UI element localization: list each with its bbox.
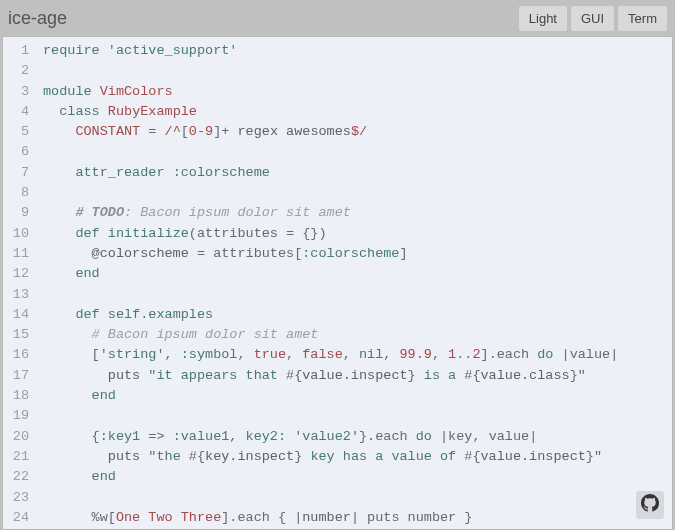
line-number: 10 <box>3 224 29 244</box>
line-number: 18 <box>3 386 29 406</box>
code-line: module VimColors <box>43 82 672 102</box>
line-number: 21 <box>3 447 29 467</box>
line-number: 5 <box>3 122 29 142</box>
term-button[interactable]: Term <box>618 6 667 31</box>
code-line <box>43 183 672 203</box>
code-line <box>43 406 672 426</box>
code-line: end <box>43 264 672 284</box>
line-number: 16 <box>3 345 29 365</box>
line-number: 20 <box>3 427 29 447</box>
code-line: {:key1 => :value1, key2: 'value2'}.each … <box>43 427 672 447</box>
code-line: end <box>43 386 672 406</box>
line-number: 6 <box>3 142 29 162</box>
theme-title: ice-age <box>8 8 67 29</box>
line-number: 4 <box>3 102 29 122</box>
code-line: puts "the #{key.inspect} key has a value… <box>43 447 672 467</box>
github-icon <box>641 494 659 516</box>
line-number: 23 <box>3 488 29 508</box>
code-line: def self.examples <box>43 305 672 325</box>
code-line: @colorscheme = attributes[:colorscheme] <box>43 244 672 264</box>
code-line <box>43 488 672 508</box>
code-line: # TODO: Bacon ipsum dolor sit amet <box>43 203 672 223</box>
line-number: 12 <box>3 264 29 284</box>
code-line: def initialize(attributes = {}) <box>43 224 672 244</box>
line-number: 7 <box>3 163 29 183</box>
code-line: end <box>43 467 672 487</box>
code-line <box>43 61 672 81</box>
editor: 123456789101112131415161718192021222324 … <box>2 36 673 530</box>
line-number: 15 <box>3 325 29 345</box>
mode-buttons: Light GUI Term <box>519 6 667 31</box>
line-number: 17 <box>3 366 29 386</box>
line-number: 3 <box>3 82 29 102</box>
line-number-gutter: 123456789101112131415161718192021222324 <box>3 37 35 529</box>
code-line: require 'active_support' <box>43 41 672 61</box>
line-number: 1 <box>3 41 29 61</box>
code-line: ['string', :symbol, true, false, nil, 99… <box>43 345 672 365</box>
code-area[interactable]: require 'active_support'module VimColors… <box>35 37 672 529</box>
github-link[interactable] <box>636 491 664 519</box>
line-number: 13 <box>3 285 29 305</box>
code-line: %w[One Two Three].each { |number| puts n… <box>43 508 672 528</box>
code-line: CONSTANT = /^[0-9]+ regex awesomes$/ <box>43 122 672 142</box>
line-number: 11 <box>3 244 29 264</box>
line-number: 19 <box>3 406 29 426</box>
line-number: 8 <box>3 183 29 203</box>
line-number: 14 <box>3 305 29 325</box>
light-button[interactable]: Light <box>519 6 567 31</box>
line-number: 24 <box>3 508 29 528</box>
gui-button[interactable]: GUI <box>571 6 614 31</box>
code-line: # Bacon ipsum dolor sit amet <box>43 325 672 345</box>
topbar: ice-age Light GUI Term <box>0 0 675 36</box>
line-number: 9 <box>3 203 29 223</box>
code-line: puts "it appears that #{value.inspect} i… <box>43 366 672 386</box>
code-line <box>43 142 672 162</box>
line-number: 2 <box>3 61 29 81</box>
line-number: 22 <box>3 467 29 487</box>
code-line: class RubyExample <box>43 102 672 122</box>
code-line: attr_reader :colorscheme <box>43 163 672 183</box>
code-line <box>43 285 672 305</box>
